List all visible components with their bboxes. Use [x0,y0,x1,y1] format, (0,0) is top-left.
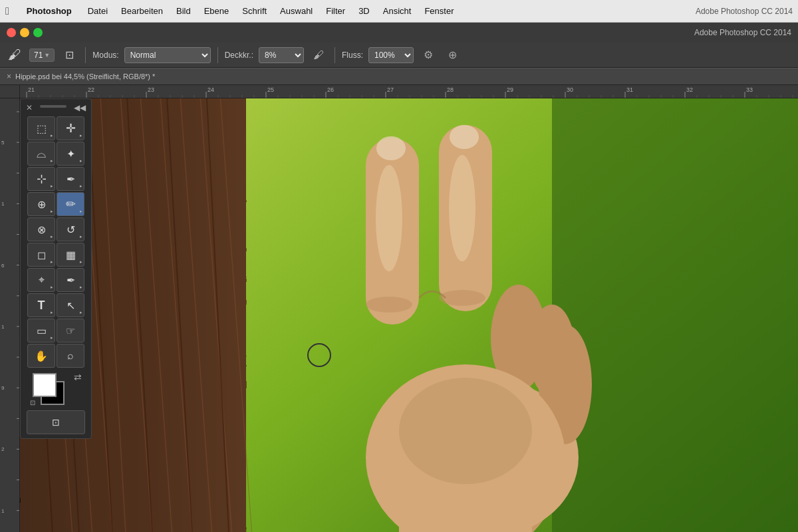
traffic-lights [7,28,43,37]
ruler-corner [0,85,20,98]
tool-row-2: ⌓ ▸ ✦ ▸ [23,142,88,166]
options-bar: 🖌 71 ▼ ⊡ Modus: Normal Aufhellen Abdunke… [0,43,798,68]
dodge-tool[interactable]: ⌖ ▸ [27,268,55,292]
ruler-left: 51619218 [0,98,20,532]
pen-icon: ✒ [66,274,75,287]
marquee-tool[interactable]: ⬚ ▸ [27,116,55,140]
stamp-arrow: ▸ [51,234,53,239]
svg-text:6: 6 [1,263,5,269]
svg-text:5: 5 [1,140,5,146]
svg-text:1: 1 [1,324,5,330]
brush-tool[interactable]: ✏ ▸ [57,192,84,216]
brush-preset-button[interactable]: 🖌 [5,46,24,65]
hand-icon2: ✋ [35,350,48,362]
move-tool[interactable]: ✛ ▸ [57,116,84,140]
svg-point-132 [449,155,475,261]
menu-filter[interactable]: Filter [319,5,352,17]
path-select-tool[interactable]: ↖ ▸ [57,293,84,317]
brush-type-button[interactable]: ⊡ [60,46,78,65]
eraser-tool[interactable]: ◻ ▸ [27,243,55,267]
menu-ebene[interactable]: Ebene [198,5,236,17]
svg-text:21: 21 [28,86,35,93]
toolbox-header: ✕ ◀◀ [23,102,88,114]
ruler-top: /* will be drawn via JS below */ 2122232… [20,85,798,98]
smoothing-button[interactable]: ⚙ [419,46,438,65]
svg-rect-0 [20,85,798,98]
symmetry-button[interactable]: ⊕ [443,46,462,65]
brush-size-value: 71 [34,51,43,60]
menu-bild[interactable]: Bild [170,5,198,17]
eyedropper-tool[interactable]: ✒ ▸ [57,167,84,191]
gradient-tool[interactable]: ▦ ▸ [57,243,84,267]
app-menu-photoshop[interactable]: Photoshop [20,5,78,17]
stamp-tool[interactable]: ⊗ ▸ [27,217,55,241]
svg-text:28: 28 [447,86,454,93]
mask-tool[interactable]: ⊡ [27,410,85,434]
menu-ansicht[interactable]: Ansicht [376,5,418,17]
canvas-area[interactable]: /* will be drawn via JS below */ 2122232… [0,85,798,532]
foreground-color[interactable] [33,373,57,397]
crop-icon: ⊹ [37,172,47,186]
toolbox-collapse-button[interactable]: ◀◀ [74,103,86,112]
separator-3 [334,47,335,63]
menu-bearbeiten[interactable]: Bearbeiten [114,5,170,17]
deckkr-select[interactable]: 8% 10% 25% 50% 100% [259,47,304,63]
tool-row-1: ⬚ ▸ ✛ ▸ [23,116,88,140]
separator-2 [217,47,218,63]
modus-select[interactable]: Normal Aufhellen Abdunkeln Multipliziere… [124,47,211,63]
brush-size-box[interactable]: 71 ▼ [29,49,55,62]
quick-select-tool[interactable]: ✦ ▸ [57,142,84,166]
shape-arrow: ▸ [51,335,53,340]
minimize-button[interactable] [20,28,29,37]
menu-bar:  Photoshop Datei Bearbeiten Bild Ebene … [0,0,798,23]
lasso-tool[interactable]: ⌓ ▸ [27,142,55,166]
title-bar: Adobe Photoshop CC 2014 [0,23,798,43]
svg-point-138 [399,378,532,484]
apple-menu[interactable]:  [5,5,9,17]
menu-fenster[interactable]: Fenster [418,5,460,17]
reset-colors-button[interactable]: ⊡ [30,399,35,406]
brush-size-dropdown-icon: ▼ [44,52,50,59]
menu-3d[interactable]: 3D [352,5,376,17]
switch-colors-button[interactable]: ⇄ [74,372,82,382]
history-brush-icon: ↺ [66,223,75,236]
move-arrow: ▸ [80,133,82,138]
svg-point-137 [450,125,479,149]
svg-text:1: 1 [1,201,5,207]
canvas-image[interactable] [20,98,798,532]
hand-tool[interactable]: ☞ [57,319,84,342]
toolbox-close-button[interactable]: ✕ [26,103,33,112]
app-info: Adobe Photoshop CC 2014 [696,7,793,16]
hand-tool2[interactable]: ✋ [27,344,55,368]
tool-row-9: ▭ ▸ ☞ [23,319,88,342]
tool-row-extra: ⊡ [23,410,88,434]
menu-datei[interactable]: Datei [81,5,114,17]
close-tab-button[interactable]: × [7,72,11,81]
zoom-tool[interactable]: ⌕ [57,344,84,368]
svg-point-131 [376,165,402,271]
svg-text:25: 25 [267,86,274,93]
healing-tool[interactable]: ⊕ ▸ [27,192,55,216]
quick-select-icon: ✦ [66,148,75,160]
tool-row-10: ✋ ⌕ [23,344,88,368]
svg-text:1: 1 [1,508,5,514]
fluss-select[interactable]: 100% 50% 25% [368,47,414,63]
svg-text:31: 31 [626,86,633,93]
svg-text:24: 24 [207,86,214,93]
menu-schrift[interactable]: Schrift [235,5,273,17]
eyedropper-icon: ✒ [66,173,75,186]
history-brush-tool[interactable]: ↺ ▸ [57,217,84,241]
svg-text:2: 2 [1,446,5,452]
crop-tool[interactable]: ⊹ ▸ [27,167,55,191]
type-tool[interactable]: T ▸ [27,293,55,317]
menu-auswahl[interactable]: Auswahl [273,5,319,17]
pen-tool[interactable]: ✒ ▸ [57,268,84,292]
tool-row-7: ⌖ ▸ ✒ ▸ [23,268,88,292]
toolbox-handle[interactable] [40,105,66,108]
close-button[interactable] [7,28,16,37]
airbrush-button[interactable]: 🖌 [309,46,328,65]
maximize-button[interactable] [33,28,43,37]
type-arrow: ▸ [51,310,53,315]
ruler-top-svg: /* will be drawn via JS below */ 2122232… [20,85,798,98]
shape-tool[interactable]: ▭ ▸ [27,319,55,342]
